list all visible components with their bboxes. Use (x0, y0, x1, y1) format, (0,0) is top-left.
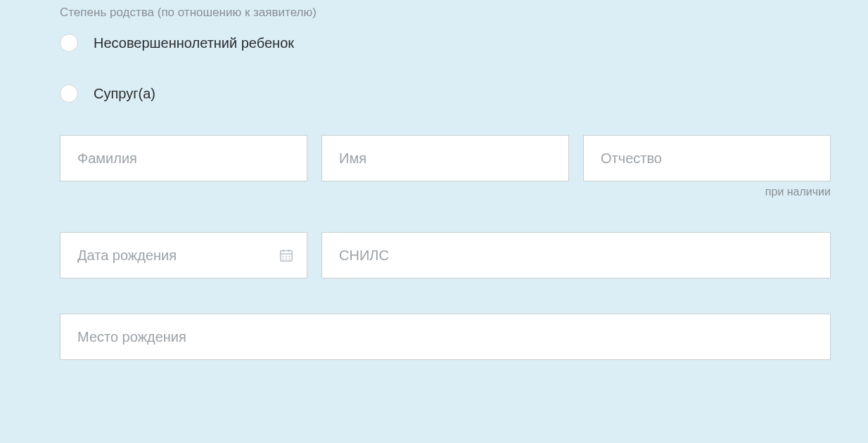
kinship-form: Степень родства (по отношению к заявител… (0, 6, 868, 360)
patronymic-input-wrap (583, 135, 831, 181)
pob-row (60, 314, 834, 360)
firstname-block (321, 135, 569, 198)
radio-circle-icon (60, 34, 78, 52)
radio-circle-icon (60, 84, 78, 103)
dob-input[interactable] (77, 233, 294, 278)
pob-block (60, 314, 831, 360)
snils-block (321, 232, 831, 278)
radio-option-spouse[interactable]: Супруг(а) (60, 84, 834, 103)
patronymic-hint: при наличии (583, 186, 831, 198)
dob-row (60, 232, 834, 278)
name-row: при наличии (60, 135, 834, 198)
firstname-input-wrap (321, 135, 569, 181)
kinship-group-label: Степень родства (по отношению к заявител… (60, 6, 834, 20)
radio-label-spouse: Супруг(а) (94, 86, 155, 102)
lastname-block (60, 135, 307, 198)
lastname-input-wrap (60, 135, 307, 181)
dob-block (60, 232, 307, 278)
firstname-input[interactable] (339, 136, 551, 181)
lastname-input[interactable] (77, 136, 290, 181)
radio-option-minor-child[interactable]: Несовершеннолетний ребенок (60, 34, 834, 52)
dob-input-wrap (60, 232, 307, 278)
patronymic-input[interactable] (601, 136, 813, 181)
snils-input-wrap (321, 232, 831, 278)
pob-input-wrap (60, 314, 831, 360)
snils-input[interactable] (339, 233, 813, 278)
calendar-icon[interactable] (279, 248, 294, 263)
pob-input[interactable] (77, 314, 813, 359)
radio-label-minor-child: Несовершеннолетний ребенок (94, 35, 294, 51)
patronymic-block: при наличии (583, 135, 831, 198)
